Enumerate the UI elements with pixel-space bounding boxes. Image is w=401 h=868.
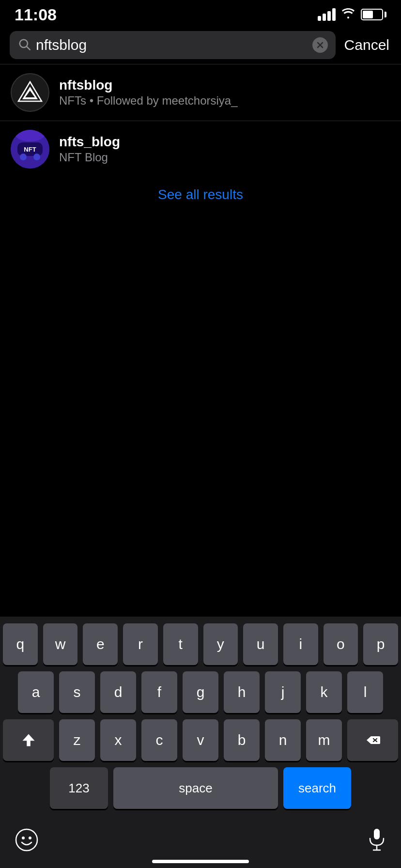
key-e[interactable]: e: [83, 623, 118, 665]
key-c[interactable]: c: [141, 719, 177, 761]
status-icons: [318, 7, 386, 22]
key-a[interactable]: a: [18, 671, 54, 713]
numbers-key[interactable]: 123: [50, 767, 108, 809]
avatar-nfts-blog: NFT: [11, 130, 49, 169]
keyboard-row-bottom: 123 space search: [3, 767, 398, 809]
emoji-button[interactable]: [15, 828, 39, 852]
keyboard: q w e r t y u i o p a s d f g h j k l: [0, 617, 401, 818]
result-text-nftsblog: nftsblog NFTs • Followed by meetchorsiya…: [59, 78, 390, 108]
search-input[interactable]: [36, 37, 308, 53]
result-item-nftsblog[interactable]: nftsblog NFTs • Followed by meetchorsiya…: [0, 64, 401, 121]
status-time: 11:08: [15, 5, 57, 24]
key-g[interactable]: g: [183, 671, 218, 713]
key-b[interactable]: b: [224, 719, 260, 761]
svg-point-17: [22, 837, 25, 839]
search-bar-row: Cancel: [0, 26, 401, 64]
space-key[interactable]: space: [113, 767, 278, 809]
key-k[interactable]: k: [306, 671, 342, 713]
key-y[interactable]: y: [203, 623, 238, 665]
svg-point-11: [20, 154, 27, 160]
wifi-icon: [340, 7, 356, 22]
search-icon: [17, 37, 31, 53]
results-list: nftsblog NFTs • Followed by meetchorsiya…: [0, 64, 401, 177]
result-username-nfts-blog: nfts_blog: [59, 134, 390, 150]
result-subtitle-nfts-blog: NFT Blog: [59, 151, 390, 164]
see-all-button[interactable]: See all results: [158, 187, 243, 202]
svg-point-16: [16, 829, 37, 851]
key-m[interactable]: m: [306, 719, 342, 761]
result-subtitle-nftsblog: NFTs • Followed by meetchorsiya_: [59, 94, 390, 108]
result-username-nftsblog: nftsblog: [59, 78, 390, 93]
keyboard-row-1: q w e r t y u i o p: [3, 623, 398, 665]
key-u[interactable]: u: [243, 623, 278, 665]
key-t[interactable]: t: [163, 623, 198, 665]
key-v[interactable]: v: [183, 719, 218, 761]
key-h[interactable]: h: [224, 671, 260, 713]
key-j[interactable]: j: [265, 671, 301, 713]
key-s[interactable]: s: [59, 671, 95, 713]
svg-rect-19: [374, 829, 380, 839]
search-key[interactable]: search: [283, 767, 351, 809]
keyboard-row-3: z x c v b n m: [3, 719, 398, 761]
avatar-nftsblog: [11, 73, 49, 112]
svg-text:NFT: NFT: [24, 146, 36, 153]
key-i[interactable]: i: [283, 623, 318, 665]
svg-line-1: [27, 46, 30, 49]
status-bar: 11:08: [0, 0, 401, 26]
key-d[interactable]: d: [100, 671, 136, 713]
key-o[interactable]: o: [324, 623, 358, 665]
cancel-button[interactable]: Cancel: [342, 37, 391, 53]
result-item-nfts-blog[interactable]: NFT nfts_blog NFT Blog: [0, 121, 401, 177]
keyboard-row-2: a s d f g h j k l: [3, 671, 398, 713]
result-text-nfts-blog: nfts_blog NFT Blog: [59, 134, 390, 164]
key-x[interactable]: x: [100, 719, 136, 761]
shift-key[interactable]: [3, 719, 54, 761]
keyboard-area: q w e r t y u i o p a s d f g h j k l: [0, 617, 401, 868]
key-z[interactable]: z: [59, 719, 95, 761]
bottom-bar: [0, 818, 401, 860]
microphone-button[interactable]: [367, 828, 386, 852]
home-indicator: [0, 860, 401, 868]
key-p[interactable]: p: [363, 623, 398, 665]
svg-point-12: [33, 154, 40, 160]
key-q[interactable]: q: [3, 623, 38, 665]
signal-bars-icon: [318, 8, 336, 21]
see-all-row: See all results: [0, 177, 401, 212]
key-r[interactable]: r: [123, 623, 158, 665]
clear-button[interactable]: [312, 37, 328, 53]
key-n[interactable]: n: [265, 719, 301, 761]
key-w[interactable]: w: [43, 623, 78, 665]
key-f[interactable]: f: [141, 671, 177, 713]
battery-icon: [361, 9, 386, 20]
svg-point-18: [29, 837, 31, 839]
key-l[interactable]: l: [347, 671, 383, 713]
home-bar: [152, 860, 249, 863]
search-input-wrapper[interactable]: [10, 31, 336, 59]
delete-key[interactable]: [347, 719, 398, 761]
